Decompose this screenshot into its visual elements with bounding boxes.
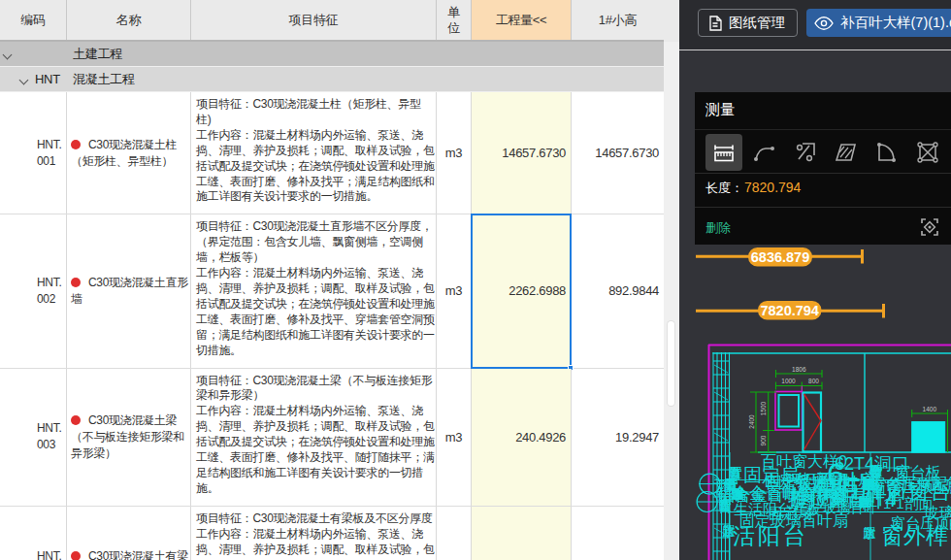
- table-body: 土建工程HNT混凝土工程HNT.​001C30现浇混凝土柱（矩形柱、异型柱）项目…: [0, 42, 664, 560]
- item-name-cell[interactable]: C30现浇混凝土梁（不与板连接矩形梁和异形梁）: [67, 369, 191, 506]
- item-extra-cell[interactable]: 14657.6730: [572, 92, 664, 214]
- table-row[interactable]: HNT.​002C30现浇混凝土直形墙项目特征：C30现浇混凝土直形墙不区分厚度…: [0, 214, 664, 368]
- item-extra-cell[interactable]: 892.9844: [572, 214, 664, 367]
- svg-text:固定扇: 固定扇: [743, 465, 799, 485]
- item-name-cell[interactable]: C30现浇混凝土柱（矩形柱、异型柱）: [67, 92, 191, 214]
- item-code-cell[interactable]: HNT.​002: [0, 214, 67, 367]
- chevron-down-icon[interactable]: [19, 75, 29, 84]
- group-empty-cell: [191, 67, 437, 91]
- active-drawing-label: 补百叶大样(7)(1).dwg: [840, 14, 951, 32]
- svg-text:1500: 1500: [760, 401, 767, 415]
- item-feature-cell[interactable]: 项目特征：C30现浇混凝土梁（不与板连接矩形梁和异形梁）工作内容：混凝土材料场内…: [191, 369, 437, 506]
- item-code-cell[interactable]: HNT.​001: [0, 92, 67, 214]
- table-row[interactable]: HNT.​003C30现浇混凝土梁（不与板连接矩形梁和异形梁）项目特征：C30现…: [0, 369, 664, 507]
- col-header-name[interactable]: 名称: [67, 0, 191, 40]
- col-header-code[interactable]: 编码: [0, 0, 67, 40]
- measure-tools: [705, 134, 946, 171]
- svg-text:窗台压顶配筋: 窗台压顶配筋: [891, 514, 951, 531]
- item-unit-cell[interactable]: [437, 507, 472, 560]
- svg-text:1806: 1806: [792, 366, 806, 373]
- group-empty-cell: [472, 42, 572, 66]
- table-scrollbar: [664, 0, 679, 560]
- col-header-feature[interactable]: 项目特征: [191, 0, 437, 40]
- item-code-cell[interactable]: HNT.​004: [0, 507, 67, 560]
- group-name-cell[interactable]: 土建工程: [67, 42, 191, 66]
- length-row: 长度：7820.794: [705, 180, 801, 197]
- table-header: 编码 名称 项目特征 单位 工程量<< 1#小高: [0, 0, 664, 42]
- item-code-cell[interactable]: HNT.​003: [0, 369, 67, 506]
- tool-arc-area[interactable]: [869, 134, 905, 171]
- svg-text:1000: 1000: [781, 378, 796, 384]
- viewer-toolbar: 图纸管理 补百叶大样(7)(1).dwg: [679, 0, 951, 50]
- chevron-down-icon[interactable]: [3, 49, 13, 59]
- divider: [695, 129, 951, 130]
- divider: [695, 173, 951, 174]
- tool-clear-region[interactable]: [909, 134, 946, 171]
- svg-text:固定玻璃百叶扇: 固定玻璃百叶扇: [739, 512, 848, 529]
- drawing-manager-button[interactable]: 图纸管理: [698, 9, 798, 37]
- dim-badge-1: 6836.879: [751, 249, 809, 265]
- tool-scale[interactable]: [787, 134, 824, 171]
- group-empty-cell: [437, 67, 472, 91]
- svg-text:1400: 1400: [923, 406, 937, 412]
- scrollbar-thumb[interactable]: [668, 321, 674, 406]
- item-feature-cell[interactable]: 项目特征：C30现浇混凝土柱（矩形柱、异型柱)工作内容：混凝土材料场内外运输、泵…: [191, 92, 437, 214]
- tool-polyline[interactable]: [746, 134, 783, 171]
- items-table: 编码 名称 项目特征 单位 工程量<< 1#小高 土建工程HNT混凝土工程HNT…: [0, 0, 664, 560]
- delete-measure-button[interactable]: 删除: [705, 219, 731, 237]
- measurement-dimension-2: 7820.794: [696, 301, 884, 320]
- item-name-cell[interactable]: C30现浇混凝土有梁板: [67, 507, 191, 560]
- item-quantity-cell[interactable]: 14657.6730: [472, 92, 572, 214]
- table-row[interactable]: HNT.​004C30现浇混凝土有梁板项目特征：C30现浇混凝土有梁板及不区分厚…: [0, 507, 664, 560]
- group-code-cell[interactable]: HNT: [0, 67, 67, 91]
- locate-icon[interactable]: [921, 218, 938, 236]
- svg-text:900: 900: [760, 435, 767, 445]
- item-extra-cell[interactable]: [572, 507, 664, 560]
- app: 编码 名称 项目特征 单位 工程量<< 1#小高 土建工程HNT混凝土工程HNT…: [0, 0, 951, 560]
- item-unit-cell[interactable]: m3: [437, 369, 472, 506]
- eye-icon: [814, 16, 834, 30]
- louver-strip: [713, 352, 730, 560]
- measure-panel-title: 测量: [705, 101, 735, 119]
- document-icon: [708, 16, 722, 31]
- group-row[interactable]: HNT混凝土工程: [0, 67, 664, 92]
- length-value: 7820.794: [744, 180, 801, 195]
- item-unit-cell[interactable]: m3: [437, 92, 472, 214]
- group-empty-cell: [437, 42, 472, 66]
- cad-annotations: 6 百叶窗置 固定玻璃置 百叶窗置 铝合金百叶窗 固定玻璃置 百叶窗大样0 62…: [697, 452, 951, 560]
- col-header-quantity[interactable]: 工程量<<: [472, 0, 572, 40]
- item-feature-cell[interactable]: 项目特征：C30现浇混凝土有梁板及不区分厚度工作内容：混凝土材料场内外运输、泵送…: [191, 507, 437, 560]
- svg-text:防水置: 防水置: [863, 527, 875, 540]
- selected-cell-border: [471, 214, 572, 368]
- item-unit-cell[interactable]: m3: [437, 214, 472, 367]
- svg-text:铝百叶窗: 铝百叶窗: [814, 476, 908, 502]
- group-name-cell[interactable]: 混凝土工程: [67, 67, 191, 91]
- svg-text:窗台板: 窗台板: [908, 479, 951, 504]
- item-quantity-cell[interactable]: 240.4926: [472, 369, 572, 506]
- table-row[interactable]: HNT.​001C30现浇混凝土柱（矩形柱、异型柱）项目特征：C30现浇混凝土柱…: [0, 92, 664, 214]
- length-label: 长度：: [705, 181, 743, 195]
- active-drawing-tab[interactable]: 补百叶大样(7)(1).dwg: [806, 9, 951, 37]
- item-quantity-cell[interactable]: 2262.6988: [472, 214, 572, 367]
- item-feature-cell[interactable]: 项目特征：C30现浇混凝土直形墙不区分厚度，（界定范围：包含女儿墙、飘窗侧墙，空…: [191, 214, 437, 367]
- svg-text:800: 800: [808, 378, 819, 384]
- item-quantity-cell[interactable]: [472, 507, 572, 560]
- group-empty-cell: [572, 42, 664, 66]
- measure-panel: 测量: [695, 92, 951, 245]
- group-empty-cell: [472, 67, 572, 91]
- tool-ruler[interactable]: [705, 134, 742, 171]
- svg-text:2400: 2400: [748, 414, 755, 429]
- measurement-dimension-1: 6836.879: [696, 247, 863, 267]
- group-row[interactable]: 土建工程: [0, 42, 664, 67]
- col-header-unit[interactable]: 单位: [437, 0, 472, 40]
- item-name-cell[interactable]: C30现浇混凝土直形墙: [67, 214, 191, 367]
- divider: [695, 207, 951, 208]
- drawing-manager-label: 图纸管理: [729, 14, 785, 32]
- svg-text:百叶窗置: 百叶窗置: [729, 466, 741, 481]
- group-empty-cell: [191, 42, 437, 66]
- scrollbar-track-head: [664, 0, 679, 42]
- tool-area[interactable]: [828, 134, 865, 171]
- col-header-extra[interactable]: 1#小高: [572, 0, 664, 40]
- item-extra-cell[interactable]: 19.2947: [572, 369, 664, 506]
- group-code-cell[interactable]: [0, 42, 67, 66]
